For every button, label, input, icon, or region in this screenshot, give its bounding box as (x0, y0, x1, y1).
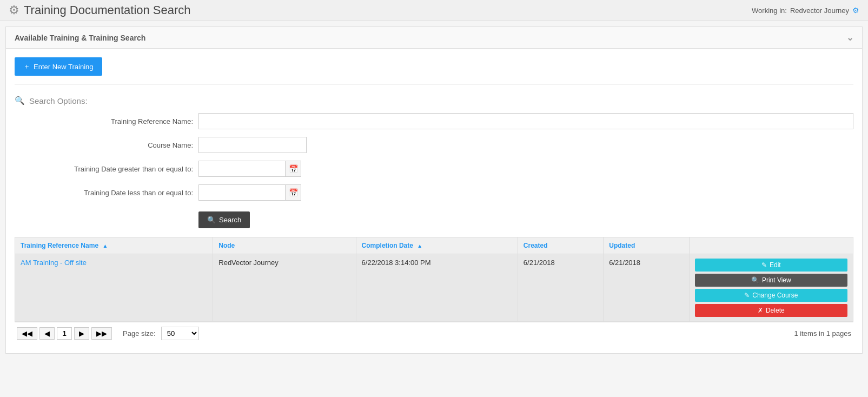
change-course-button[interactable]: ✎ Change Course (695, 289, 847, 302)
col-training-reference-name-label: Training Reference Name (21, 242, 98, 249)
delete-label: Delete (766, 307, 785, 314)
completion-sort-arrow-icon: ▲ (417, 243, 422, 249)
date-lte-calendar-button[interactable]: 📅 (285, 184, 301, 201)
date-gte-input[interactable] (198, 161, 285, 177)
col-updated-label: Updated (609, 242, 635, 249)
items-count: 1 items in 1 pages (794, 329, 851, 338)
training-reference-name-row: Training Reference Name: (15, 113, 853, 129)
enter-new-training-button[interactable]: ＋ Enter New Training (15, 57, 102, 76)
table-row: AM Training - Off site RedVector Journey… (15, 254, 853, 322)
table-body: AM Training - Off site RedVector Journey… (15, 254, 853, 322)
prev-page-button[interactable]: ◀ (39, 327, 55, 340)
search-form: Training Reference Name: Course Name: Tr… (15, 113, 853, 201)
first-page-button[interactable]: ◀◀ (17, 327, 37, 340)
search-options-label: Search Options: (29, 96, 88, 105)
course-name-label: Course Name: (15, 141, 198, 149)
search-button-icon: 🔍 (207, 216, 216, 224)
page-size-label: Page size: (123, 329, 156, 338)
gear-icon: ⚙ (9, 3, 19, 17)
panel-header: Available Training & Training Search ⌄ (6, 27, 862, 49)
settings-icon[interactable]: ⚙ (852, 6, 859, 15)
last-page-button[interactable]: ▶▶ (91, 327, 112, 340)
date-lte-row: Training Date less than or equal to: 📅 (15, 184, 853, 201)
date-gte-calendar-button[interactable]: 📅 (285, 161, 301, 177)
col-training-reference-name[interactable]: Training Reference Name ▲ (15, 237, 213, 254)
working-in-value: Redvector Journey (790, 6, 849, 15)
cell-actions: ✎ Edit 🔍 Print View ✎ Change Course (689, 254, 853, 322)
plus-icon: ＋ (23, 62, 30, 71)
col-created[interactable]: Created (518, 237, 603, 254)
sort-arrow-up-icon: ▲ (102, 243, 108, 249)
working-in-label: Working in: (752, 6, 787, 15)
cell-created: 6/21/2018 (518, 254, 603, 322)
col-created-label: Created (524, 242, 548, 249)
page-title: ⚙ Training Documentation Search (9, 3, 191, 17)
enter-new-training-label: Enter New Training (34, 63, 94, 71)
page-1-button[interactable]: 1 (57, 327, 72, 340)
change-course-icon: ✎ (744, 292, 750, 299)
x-icon: ✗ (758, 307, 763, 314)
action-cell: ✎ Edit 🔍 Print View ✎ Change Course (695, 259, 847, 317)
pagination-controls: ◀◀ ◀ 1 ▶ ▶▶ Page size: 50 25 100 (17, 327, 199, 340)
delete-button[interactable]: ✗ Delete (695, 304, 847, 317)
panel-body: ＋ Enter New Training 🔍 Search Options: T… (6, 49, 862, 353)
change-course-label: Change Course (752, 292, 798, 299)
search-button-label: Search (219, 216, 241, 224)
edit-label: Edit (770, 261, 781, 269)
print-view-button[interactable]: 🔍 Print View (695, 274, 847, 287)
date-gte-label: Training Date greater than or equal to: (15, 165, 198, 173)
panel-title: Available Training & Training Search (15, 34, 145, 42)
chevron-down-icon[interactable]: ⌄ (846, 32, 853, 43)
training-reference-name-label: Training Reference Name: (15, 117, 198, 125)
col-node-label: Node (218, 242, 235, 249)
table-header-row: Training Reference Name ▲ Node Completio… (15, 237, 853, 254)
course-name-row: Course Name: (15, 137, 853, 153)
divider (15, 84, 853, 85)
course-name-input[interactable] (198, 137, 307, 153)
cell-training-reference-name[interactable]: AM Training - Off site (15, 254, 213, 322)
print-view-label: Print View (762, 276, 791, 284)
date-gte-group: 📅 (198, 161, 301, 177)
edit-button[interactable]: ✎ Edit (695, 259, 847, 272)
results-table: Training Reference Name ▲ Node Completio… (15, 237, 853, 322)
table-head: Training Reference Name ▲ Node Completio… (15, 237, 853, 254)
col-completion-date-label: Completion Date (362, 242, 413, 249)
date-gte-row: Training Date greater than or equal to: … (15, 161, 853, 177)
cell-completion-date: 6/22/2018 3:14:00 PM (356, 254, 518, 322)
pagination-bar: ◀◀ ◀ 1 ▶ ▶▶ Page size: 50 25 100 1 items… (15, 322, 853, 345)
search-button[interactable]: 🔍 Search (198, 211, 250, 228)
cell-updated: 6/21/2018 (604, 254, 689, 322)
date-lte-label: Training Date less than or equal to: (15, 189, 198, 197)
next-page-button[interactable]: ▶ (74, 327, 89, 340)
working-in-section: Working in: Redvector Journey ⚙ (752, 6, 859, 15)
pencil-icon: ✎ (761, 261, 767, 269)
top-bar: ⚙ Training Documentation Search Working … (0, 0, 868, 21)
cell-node: RedVector Journey (213, 254, 356, 322)
col-actions (689, 237, 853, 254)
search-icon: 🔍 (15, 96, 25, 105)
date-lte-input[interactable] (198, 184, 285, 201)
col-completion-date[interactable]: Completion Date ▲ (356, 237, 518, 254)
date-lte-group: 📅 (198, 184, 301, 201)
training-reference-name-input[interactable] (198, 113, 853, 129)
col-node[interactable]: Node (213, 237, 356, 254)
search-options-header: 🔍 Search Options: (15, 96, 853, 105)
search-print-icon: 🔍 (751, 276, 759, 284)
page-title-text: Training Documentation Search (24, 3, 191, 17)
col-updated[interactable]: Updated (604, 237, 689, 254)
main-panel: Available Training & Training Search ⌄ ＋… (5, 27, 863, 354)
page-size-select[interactable]: 50 25 100 (161, 327, 199, 340)
